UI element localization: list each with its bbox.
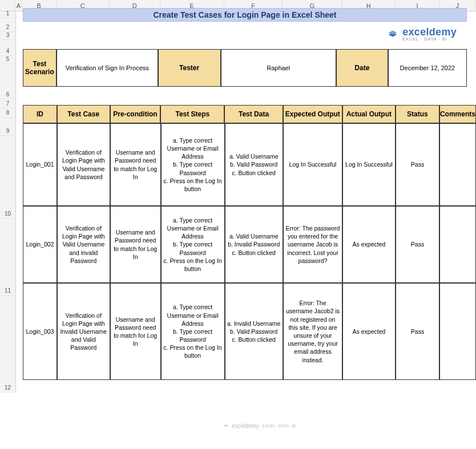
svg-marker-2	[224, 424, 228, 427]
th-id[interactable]: ID	[23, 105, 57, 123]
table-header-row: ID Test Case Pre-condition Test Steps Te…	[23, 105, 476, 123]
cell-test-data[interactable]: a. Invalid Usernameb. Valid Passwordc. B…	[225, 283, 283, 380]
cell-status[interactable]: Pass	[396, 123, 439, 206]
row-9[interactable]: 9	[0, 118, 16, 136]
table-row: Login_001 Verification of Login Page wit…	[23, 123, 476, 206]
row-12[interactable]: 12	[0, 296, 16, 393]
cell-actual-output[interactable]: Log In Successful	[342, 123, 396, 206]
col-A[interactable]: A	[15, 0, 22, 11]
cell-test-case[interactable]: Verification of Login Page with Invalid …	[57, 283, 110, 380]
test-case-table: ID Test Case Pre-condition Test Steps Te…	[23, 105, 476, 380]
logo: exceldemy EXCEL · DATA · BI	[386, 26, 457, 41]
cell-expected-output[interactable]: Error: The username Jacob2 is not regist…	[283, 283, 342, 380]
watermark: exceldemy EXCEL · DATA · BI	[223, 422, 296, 429]
scenario-value[interactable]: Verification of Sign In Process	[57, 49, 158, 87]
info-row: Test Scenario Verification of Sign In Pr…	[23, 49, 467, 87]
cell-test-steps[interactable]: a. Type correct Username or Email Addres…	[161, 206, 225, 283]
th-test-data[interactable]: Test Data	[224, 105, 283, 123]
row-4[interactable]: 4	[0, 40, 16, 56]
tester-label: Tester	[158, 49, 221, 87]
cell-actual-output[interactable]: As expected	[342, 206, 396, 283]
watermark-sub: EXCEL · DATA · BI	[263, 424, 296, 428]
cell-status[interactable]: Pass	[396, 283, 439, 380]
cell-expected-output[interactable]: Log In Successful	[283, 123, 342, 206]
th-status[interactable]: Status	[396, 105, 439, 123]
select-all-corner[interactable]	[0, 0, 15, 11]
th-expected-output[interactable]: Expected Output	[283, 105, 342, 123]
table-row: Login_003 Verification of Login Page wit…	[23, 283, 476, 380]
scenario-label: Test Scenario	[23, 49, 57, 87]
th-test-steps[interactable]: Test Steps	[160, 105, 224, 123]
cell-test-steps[interactable]: a. Type correct Username or Email Addres…	[161, 283, 225, 380]
cell-comments[interactable]	[439, 123, 476, 206]
row-headers: 123456789101112	[0, 11, 16, 393]
cell-pre-condition[interactable]: Username and Password need to match for …	[110, 206, 161, 283]
cell-test-case[interactable]: Verification of Login Page with Valid Us…	[57, 123, 110, 206]
page-title: Create Test Cases for Login Page in Exce…	[23, 8, 467, 22]
row-5[interactable]: 5	[0, 56, 16, 64]
row-10[interactable]: 10	[0, 136, 16, 219]
row-3[interactable]: 3	[0, 32, 16, 40]
cell-comments[interactable]	[439, 283, 476, 380]
cell-actual-output[interactable]: As expected	[342, 283, 396, 380]
row-1[interactable]: 1	[0, 11, 16, 18]
th-pre-condition[interactable]: Pre-condition	[110, 105, 161, 123]
cell-status[interactable]: Pass	[396, 206, 439, 283]
date-label: Date	[336, 49, 388, 87]
logo-icon	[386, 27, 399, 40]
table-row: Login_002 Verification of Login Page wit…	[23, 206, 476, 283]
row-8[interactable]: 8	[0, 108, 16, 118]
cell-test-steps[interactable]: a. Type correct Username or Email Addres…	[161, 123, 225, 206]
cell-test-case[interactable]: Verification of Login Page with Valid Us…	[57, 206, 110, 283]
row-7[interactable]: 7	[0, 99, 16, 108]
logo-row: exceldemy EXCEL · DATA · BI	[23, 22, 467, 46]
logo-text: exceldemy	[402, 26, 457, 38]
cell-id[interactable]: Login_002	[23, 206, 57, 283]
cell-pre-condition[interactable]: Username and Password need to match for …	[110, 123, 161, 206]
date-value[interactable]: December 12, 2022	[388, 49, 467, 87]
tester-value[interactable]: Raphael	[221, 49, 336, 87]
th-comments[interactable]: Comments	[439, 105, 476, 123]
cell-id[interactable]: Login_001	[23, 123, 57, 206]
cell-test-data[interactable]: a. Valid Usernameb. Valid Passwordc. But…	[225, 123, 283, 206]
row-2[interactable]: 2	[0, 18, 16, 32]
cell-test-data[interactable]: a. Valid Usernameb. Invalid Passwordc. B…	[225, 206, 283, 283]
th-test-case[interactable]: Test Case	[57, 105, 110, 123]
th-actual-output[interactable]: Actual Output	[342, 105, 396, 123]
row-6[interactable]: 6	[0, 64, 16, 99]
cell-comments[interactable]	[439, 206, 476, 283]
cell-id[interactable]: Login_003	[23, 283, 57, 380]
sheet-content: Create Test Cases for Login Page in Exce…	[23, 0, 476, 380]
row-11[interactable]: 11	[0, 219, 16, 296]
cell-pre-condition[interactable]: Username and Password need to match for …	[110, 283, 161, 380]
cell-expected-output[interactable]: Error: The password you entered for the …	[283, 206, 342, 283]
watermark-text: exceldemy	[232, 423, 259, 429]
watermark-icon	[223, 422, 229, 429]
